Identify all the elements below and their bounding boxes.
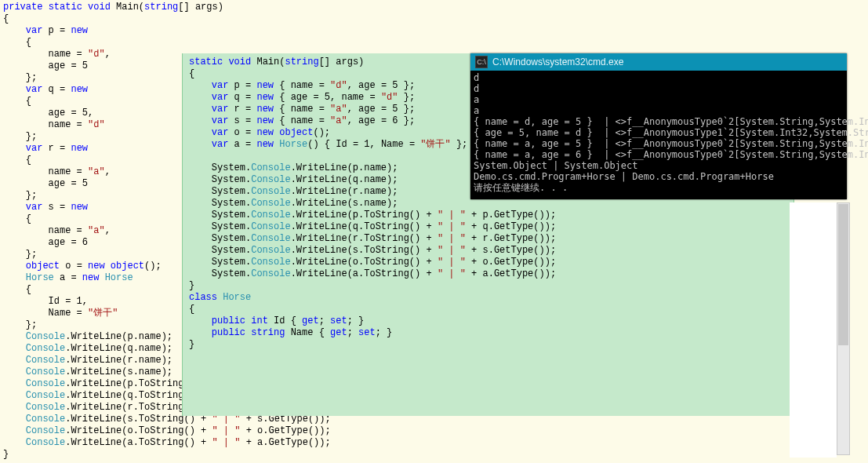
editor-line[interactable]: {: [3, 13, 868, 25]
code-token: o =: [228, 127, 256, 138]
overlay-line[interactable]: }: [189, 280, 787, 292]
code-token: void: [88, 2, 111, 13]
code-token: new: [256, 127, 274, 138]
cmd-window[interactable]: C:\ C:\Windows\system32\cmd.exe ddaa{ na…: [470, 53, 847, 199]
editor-line[interactable]: {: [3, 37, 868, 49]
code-token: Console: [26, 437, 65, 448]
code-token: name =: [3, 49, 88, 60]
code-token: .WriteLine(r.ToString() +: [291, 233, 438, 244]
code-token: [] args): [178, 2, 223, 13]
overlay-line[interactable]: System.Console.WriteLine(p.ToString() + …: [189, 210, 787, 221]
code-token: .WriteLine(q.name);: [65, 343, 173, 354]
code-token: private: [3, 2, 42, 13]
code-token: var: [212, 127, 229, 138]
overlay-line[interactable]: System.Console.WriteLine(s.ToString() + …: [189, 245, 787, 257]
overlay-line[interactable]: class Horse: [189, 292, 787, 304]
code-token: [99, 272, 104, 283]
code-token: {: [3, 155, 31, 166]
code-token: [189, 92, 212, 103]
code-token: , age = 5 };: [347, 104, 415, 115]
code-token: [3, 25, 26, 36]
overlay-line[interactable]: System.Console.WriteLine(q.ToString() + …: [189, 221, 787, 233]
code-token: .WriteLine(q.ToString() +: [291, 221, 438, 232]
code-token: }: [189, 339, 194, 350]
console-line: a: [474, 105, 844, 116]
code-token: " | ": [438, 268, 466, 279]
code-token: Horse: [26, 272, 54, 283]
code-token: s =: [42, 202, 71, 213]
editor-line[interactable]: Console.WriteLine(o.ToString() + " | " +…: [3, 425, 868, 437]
code-token: new: [71, 202, 88, 213]
overlay-line[interactable]: public string Name { get; set; }: [189, 327, 787, 339]
code-token: + a.GetType());: [466, 268, 556, 279]
code-token: [189, 139, 212, 150]
code-token: [3, 425, 26, 436]
overlay-line[interactable]: System.Console.WriteLine(o.ToString() + …: [189, 257, 787, 268]
code-token: " | ": [438, 245, 466, 256]
code-token: var: [26, 84, 43, 95]
code-token: void: [228, 57, 251, 67]
vertical-scrollbar[interactable]: [837, 202, 850, 455]
code-token: Main(: [251, 57, 285, 67]
editor-line[interactable]: Console.WriteLine(a.ToString() + " | " +…: [3, 437, 868, 449]
code-token: .WriteLine(r.name);: [291, 186, 398, 197]
console-line: System.Object | System.Object: [474, 160, 844, 171]
code-token: + s.GetType());: [466, 245, 556, 256]
code-token: Main(: [111, 2, 144, 13]
overlay-line[interactable]: public int Id { get; set; }: [189, 315, 787, 327]
code-token: new: [88, 261, 105, 272]
code-token: .WriteLine(s.name);: [65, 366, 173, 377]
overlay-line[interactable]: {: [189, 304, 787, 315]
code-token: {: [3, 13, 9, 24]
cmd-output[interactable]: ddaa{ name = d, age = 5 } | <>f__Anonymo…: [470, 71, 847, 199]
code-token: Console: [251, 210, 290, 221]
editor-line[interactable]: var p = new: [3, 25, 868, 37]
code-token: age = 6: [3, 237, 88, 248]
code-token: + p.GetType());: [466, 210, 556, 221]
editor-line[interactable]: private static void Main(string[] args): [3, 2, 868, 13]
code-token: ;: [347, 327, 358, 338]
overlay-line[interactable]: System.Console.WriteLine(r.ToString() + …: [189, 233, 787, 245]
code-token: [189, 315, 212, 326]
code-token: .WriteLine(p.name);: [291, 162, 398, 173]
code-token: var: [212, 115, 229, 126]
overlay-line[interactable]: System.Console.WriteLine(s.name);: [189, 198, 787, 210]
code-token: System.: [189, 257, 251, 268]
console-line: { name = d, age = 5 } | <>f__AnonymousTy…: [474, 116, 844, 127]
code-token: r =: [42, 143, 71, 154]
code-token: Horse: [223, 292, 251, 303]
code-token: Console: [251, 162, 290, 173]
code-token: Console: [251, 198, 290, 209]
cmd-titlebar[interactable]: C:\ C:\Windows\system32\cmd.exe: [470, 53, 847, 71]
code-token: "a": [330, 115, 347, 126]
code-token: Console: [26, 402, 65, 413]
code-token: new: [256, 104, 274, 115]
code-token: Console: [251, 174, 290, 185]
overlay-line[interactable]: }: [189, 339, 787, 351]
code-token: "饼干": [420, 139, 450, 150]
code-token: int: [251, 315, 268, 326]
code-token: "饼干": [88, 308, 118, 319]
code-token: new: [71, 84, 88, 95]
code-token: new: [256, 139, 274, 150]
code-token: + q.GetType());: [466, 221, 556, 232]
code-token: [3, 366, 26, 377]
console-line: a: [474, 94, 844, 105]
code-token: };: [451, 139, 468, 150]
code-token: Console: [251, 257, 290, 268]
overlay-line[interactable]: System.Console.WriteLine(a.ToString() + …: [189, 268, 787, 280]
code-token: Console: [251, 186, 290, 197]
code-token: string: [144, 2, 178, 13]
scrollbar-thumb[interactable]: [838, 204, 848, 345]
editor-line[interactable]: }: [3, 449, 868, 461]
code-token: .WriteLine(s.name);: [291, 198, 398, 209]
code-token: a =: [228, 139, 256, 150]
code-token: }: [189, 280, 194, 291]
code-token: ();: [313, 127, 330, 138]
code-token: " | ": [438, 257, 466, 268]
code-token: + o.GetType());: [466, 257, 556, 268]
code-token: string: [285, 57, 318, 67]
code-token: new: [71, 25, 88, 36]
code-token: name =: [3, 166, 88, 177]
code-token: {: [3, 213, 31, 224]
